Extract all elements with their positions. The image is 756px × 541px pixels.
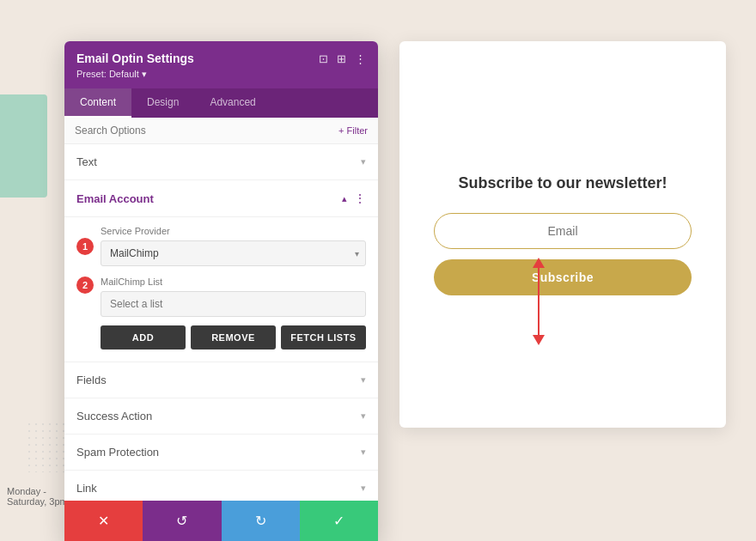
section-email-account-left: Email Account (76, 192, 154, 205)
newsletter-title: Subscribe to our newsletter! (458, 174, 667, 192)
panel-header-icons: ⊡ ⊞ ⋮ (319, 52, 366, 65)
close-button[interactable]: ✕ (64, 501, 143, 541)
undo-button[interactable]: ↺ (143, 501, 221, 541)
sections-container: Text ▾ Email Account ▴ ⋮ 1 Service Provi… (64, 144, 378, 541)
chevron-down-icon-success: ▾ (361, 410, 366, 422)
service-provider-label: Service Provider (101, 226, 366, 236)
section-text-label: Text (76, 155, 97, 168)
chevron-down-icon-fields: ▾ (361, 374, 366, 386)
tab-content[interactable]: Content (64, 88, 131, 118)
panel-header: Email Optin Settings ⊡ ⊞ ⋮ Preset: Defau… (64, 41, 378, 88)
red-arrow (533, 258, 545, 345)
more-icon[interactable]: ⋮ (355, 52, 366, 65)
save-button[interactable]: ✓ (300, 501, 378, 541)
responsive-icon[interactable]: ⊡ (319, 52, 328, 65)
search-bar: + Filter (64, 118, 378, 144)
arrow-head-down (533, 335, 545, 345)
section-fields-label: Fields (76, 374, 107, 386)
chevron-down-icon-spam: ▾ (361, 447, 366, 458)
action-buttons: ADD REMOVE FETCH LISTS (101, 325, 366, 350)
section-text[interactable]: Text ▾ (64, 144, 378, 180)
section-email-account-label: Email Account (76, 192, 154, 205)
remove-button[interactable]: REMOVE (191, 325, 276, 350)
email-input-preview[interactable] (434, 213, 692, 249)
settings-panel: Email Optin Settings ⊡ ⊞ ⋮ Preset: Defau… (64, 41, 378, 541)
expand-icon[interactable]: ⊞ (337, 52, 346, 65)
redo-icon: ↻ (255, 513, 266, 529)
service-provider-select-wrapper: MailChimp AWeber GetResponse ConvertKit … (101, 240, 366, 266)
bottom-toolbar: ✕ ↺ ↻ ✓ (64, 501, 378, 541)
tab-advanced[interactable]: Advanced (194, 88, 271, 118)
preview-area: Subscribe to our newsletter! Subscribe (399, 41, 726, 428)
section-spam-protection[interactable]: Spam Protection ▾ (64, 435, 378, 471)
redo-button[interactable]: ↻ (222, 501, 300, 541)
search-input[interactable] (75, 125, 204, 137)
close-icon: ✕ (98, 513, 109, 529)
section-success-action[interactable]: Success Action ▾ (64, 398, 378, 435)
chevron-down-icon-link: ▾ (361, 483, 366, 494)
save-icon: ✓ (333, 513, 344, 529)
panel-preset[interactable]: Preset: Default ▾ (76, 69, 366, 80)
section-menu-icon[interactable]: ⋮ (354, 191, 366, 205)
mailchimp-list-label: MailChimp List (101, 277, 366, 287)
preset-arrow: ▾ (142, 69, 147, 79)
step-1-badge: 1 (76, 238, 94, 255)
panel-title: Email Optin Settings (76, 52, 194, 65)
mailchimp-list-row: 2 MailChimp List (76, 277, 366, 317)
step-2-badge: 2 (76, 277, 94, 294)
list-select-input[interactable] (101, 291, 366, 317)
section-email-account-header[interactable]: Email Account ▴ ⋮ (64, 180, 378, 217)
section-fields[interactable]: Fields ▾ (64, 362, 378, 398)
undo-icon: ↺ (176, 513, 187, 529)
service-provider-select[interactable]: MailChimp AWeber GetResponse ConvertKit (101, 240, 366, 266)
decorative-green-rect (0, 94, 47, 198)
chevron-up-icon: ▴ (342, 193, 347, 204)
email-account-content: 1 Service Provider MailChimp AWeber GetR… (64, 217, 378, 362)
service-provider-row: 1 Service Provider MailChimp AWeber GetR… (76, 226, 366, 266)
section-link-label: Link (76, 482, 97, 495)
mailchimp-list-content: MailChimp List (101, 277, 366, 317)
subscribe-button-preview[interactable]: Subscribe (434, 259, 692, 295)
add-button[interactable]: ADD (101, 325, 186, 350)
section-spam-protection-label: Spam Protection (76, 446, 159, 459)
fetch-lists-button[interactable]: FETCH LISTS (281, 325, 366, 350)
tab-design[interactable]: Design (131, 88, 194, 118)
arrow-line (538, 267, 540, 336)
panel-tabs: Content Design Advanced (64, 88, 378, 118)
chevron-down-icon: ▾ (361, 156, 366, 167)
filter-button[interactable]: + Filter (338, 125, 368, 136)
section-success-action-label: Success Action (76, 410, 152, 422)
